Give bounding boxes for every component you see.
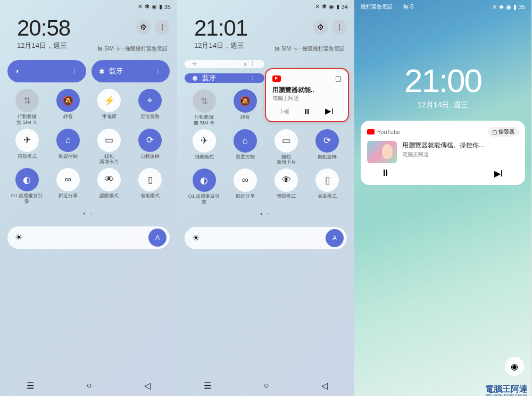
tile-label: 飛航模式 [18, 154, 37, 159]
tile-label: O1 超感畫質引擎 [11, 193, 43, 205]
clock-date: 12月14日，週三 [17, 41, 70, 50]
quick-tile[interactable]: ▭錢包新增卡片 [90, 129, 129, 165]
chevron-right-icon: 〉 [73, 68, 79, 75]
wifi-tile[interactable]: ᯤX〉 [185, 60, 264, 68]
settings-icon[interactable]: ⚙ [136, 20, 151, 35]
status-bar: ✕ ✱ ◉ ▮ 34 [177, 0, 354, 13]
back-button[interactable]: ◁ [144, 381, 151, 391]
quick-tile[interactable]: 🔕靜音 [48, 89, 87, 125]
tile-label: 裝置控制 [59, 154, 78, 159]
next-button[interactable]: ▶I [325, 106, 334, 116]
tile-icon: ⌂ [56, 129, 80, 152]
tile-icon: ✈ [193, 129, 216, 153]
quick-tile[interactable]: ⟳自動旋轉 [308, 129, 347, 166]
quick-tile[interactable]: ▯省電模式 [131, 168, 170, 205]
recent-apps-button[interactable]: ☰ [27, 381, 34, 391]
chevron-right-icon: 〉 [251, 74, 257, 82]
quick-tile[interactable]: ◐O1 超感畫質引擎 [7, 168, 46, 205]
bluetooth-tile[interactable]: ✱藍牙〉 [92, 60, 170, 82]
tile-icon: ∞ [234, 168, 257, 192]
camera-icon: ◉ [511, 361, 518, 372]
quick-tile[interactable]: ◐O1 超感畫質引擎 [185, 168, 223, 205]
quick-tile[interactable]: ∞鄰近分享 [48, 168, 87, 205]
tile-label: 飛航模式 [195, 154, 214, 160]
tile-label: 鄰近分享 [236, 193, 255, 199]
more-icon[interactable]: ⋮ [155, 20, 170, 35]
quick-tile[interactable]: ✈飛航模式 [185, 129, 223, 166]
tile-label: 靜音 [240, 114, 250, 120]
quick-tile[interactable]: ▯省電模式 [308, 168, 347, 205]
brightness-slider[interactable]: ☀ A [185, 227, 347, 249]
tile-icon: ▯ [138, 168, 162, 191]
wifi-icon: ◉ [329, 3, 334, 10]
auto-brightness-button[interactable]: A [148, 229, 167, 247]
quick-tile[interactable]: ⟳自動旋轉 [131, 129, 170, 165]
media-source: YouTube [367, 129, 400, 135]
previous-button[interactable]: I◀ [280, 106, 289, 116]
battery-level: 35 [164, 4, 171, 10]
brightness-slider[interactable]: ☀ A [7, 226, 170, 249]
tile-label: 護眼模式 [99, 193, 119, 199]
output-device-button[interactable]: ▢ 揚聲器 [488, 127, 519, 137]
clock-time: 20:58 [17, 15, 70, 41]
youtube-icon [272, 75, 281, 82]
bluetooth-icon: ✱ [145, 3, 149, 10]
pause-button[interactable]: II [383, 168, 388, 179]
navigation-bar: ☰ ○ ◁ [177, 375, 354, 396]
tile-icon: ◐ [15, 168, 39, 191]
tile-label: 自動旋轉 [140, 154, 160, 159]
home-button[interactable]: ○ [87, 381, 92, 390]
home-button[interactable]: ○ [264, 381, 269, 390]
watermark-url: http://www.kocpc.com.tw [486, 393, 527, 396]
quick-tile[interactable]: ⌂裝置控制 [48, 129, 87, 165]
wifi-tile[interactable]: ᯤ〉 [7, 60, 86, 82]
next-button[interactable]: ▶I [494, 168, 503, 179]
bluetooth-icon: ✱ [99, 68, 105, 75]
back-button[interactable]: ◁ [321, 381, 328, 391]
quick-tile[interactable]: 👁護眼模式 [90, 168, 129, 205]
tile-label: 靜音 [63, 114, 73, 120]
clock-date: 12月14日，週三 [194, 41, 247, 50]
quick-tile[interactable]: 👁護眼模式 [267, 168, 306, 205]
quick-tile[interactable]: ⌖定位服務 [131, 89, 170, 125]
tile-icon: 🔕 [234, 89, 257, 113]
phone-screenshot-1: ✕ ✱ ◉ ▮ 35 20:58 12月14日，週三 ⚙ ⋮ 無 SIM 卡 ·… [0, 0, 177, 396]
wifi-icon: ◉ [506, 4, 511, 11]
media-subtitle: 電腦王阿達 [272, 95, 342, 102]
quick-tile[interactable]: 🔕靜音 [226, 89, 264, 126]
bluetooth-tile[interactable]: ✱藍牙〉 [185, 73, 264, 83]
more-icon[interactable]: ⋮ [332, 20, 347, 35]
tile-label: 省電模式 [318, 193, 337, 199]
quick-tile[interactable]: ∞鄰近分享 [226, 168, 264, 205]
tile-label: 錢包新增卡片 [277, 154, 296, 166]
media-player-card[interactable]: ▢ 用瀏覽器就能.. 電腦王阿達 I◀ II ▶I [265, 68, 349, 122]
tile-icon: ◐ [193, 168, 216, 192]
tile-label: 定位服務 [140, 114, 160, 120]
clock-time: 21:01 [194, 15, 247, 41]
media-notification-card[interactable]: YouTube ▢ 揚聲器 用瀏覽器就能傳檔、操控你... 電腦王阿達 II ▶… [361, 121, 525, 185]
youtube-icon [367, 129, 375, 134]
status-bar: 撥打緊急電話 無 S ✕ ✱ ◉ ▮ 35 [354, 0, 531, 14]
recent-apps-button[interactable]: ☰ [204, 381, 211, 391]
camera-shortcut-button[interactable]: ◉ [505, 357, 524, 376]
tile-icon: ⟳ [138, 129, 162, 152]
quick-tile[interactable]: ⌂裝置控制 [226, 129, 264, 166]
pause-button[interactable]: II [305, 107, 309, 116]
quick-tile[interactable]: ✈飛航模式 [7, 129, 46, 165]
tile-label: 行動數據無 SIM 卡 [194, 114, 214, 126]
tile-label: O1 超感畫質引擎 [188, 193, 220, 205]
vibrate-icon: ✕ [492, 4, 497, 11]
auto-brightness-button[interactable]: A [326, 229, 344, 247]
tile-icon: ⟳ [315, 129, 339, 153]
battery-level: 35 [519, 4, 525, 10]
quick-tile[interactable]: ⇅行動數據無 SIM 卡 [7, 89, 46, 125]
quick-tile[interactable]: ⚡手電筒 [90, 89, 129, 125]
lock-date: 12月14日, 週三 [354, 100, 531, 110]
device-icon[interactable]: ▢ [335, 74, 342, 82]
tile-icon: ∞ [56, 168, 80, 191]
settings-icon[interactable]: ⚙ [313, 20, 328, 35]
quick-tile[interactable]: ▭錢包新增卡片 [267, 129, 306, 166]
tile-icon: ⌂ [234, 129, 257, 153]
quick-tile[interactable]: ⇅行動數據無 SIM 卡 [185, 89, 223, 126]
wifi-icon: ᯤ [15, 68, 22, 75]
